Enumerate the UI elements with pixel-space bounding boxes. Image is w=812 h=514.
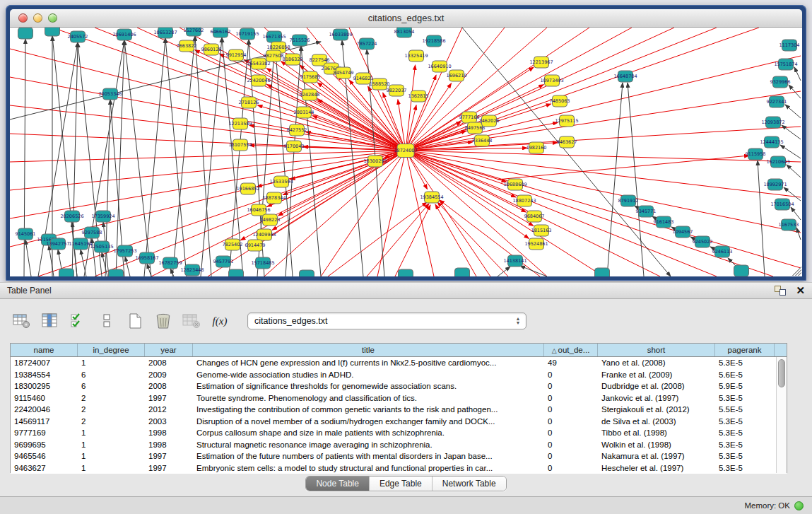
table-cell[interactable]: Estimation of significance thresholds fo… bbox=[193, 380, 544, 392]
graph-node[interactable]: 9297588 bbox=[82, 227, 102, 238]
table-cell[interactable]: 19384554 bbox=[11, 369, 78, 381]
graph-node[interactable] bbox=[45, 28, 60, 36]
graph-node[interactable] bbox=[109, 269, 124, 276]
table-cell[interactable]: 1997 bbox=[145, 462, 193, 474]
table-cell[interactable]: 2008 bbox=[145, 380, 193, 392]
graph-node[interactable]: 12444135 bbox=[760, 136, 783, 148]
graph-node[interactable]: 18878344 bbox=[262, 192, 286, 204]
table-cell[interactable]: 9699695 bbox=[11, 439, 78, 451]
column-header-name[interactable]: name bbox=[11, 344, 78, 356]
graph-node[interactable]: 9345771 bbox=[636, 206, 657, 217]
tab-network-table[interactable]: Network Table bbox=[433, 477, 506, 491]
graph-node[interactable]: 1167533 bbox=[779, 219, 799, 230]
graph-node[interactable] bbox=[734, 265, 749, 276]
table-cell[interactable]: Wolkin et al. (1998) bbox=[598, 439, 715, 451]
table-cell[interactable]: 0 bbox=[544, 404, 598, 416]
table-cell[interactable]: 14569117 bbox=[11, 416, 78, 428]
new-file-icon[interactable] bbox=[124, 311, 146, 331]
table-cell[interactable]: Jankovic et al. (1997) bbox=[598, 392, 715, 404]
graph-node[interactable]: 2803144 bbox=[294, 107, 314, 118]
graph-node[interactable]: 9777169 bbox=[459, 112, 480, 123]
graph-node[interactable]: 18724007 bbox=[394, 144, 417, 158]
table-cell[interactable]: 49 bbox=[544, 357, 598, 369]
table-cell[interactable]: 0 bbox=[544, 462, 598, 474]
graph-node[interactable]: 9161483 bbox=[654, 216, 674, 228]
table-cell[interactable]: 5.3E-5 bbox=[715, 462, 775, 474]
graph-node[interactable]: 13325419 bbox=[404, 50, 428, 62]
table-cell[interactable]: 5.3E-5 bbox=[715, 450, 775, 462]
table-cell[interactable]: 2012 bbox=[145, 404, 193, 416]
table-cell[interactable]: 5.3E-5 bbox=[715, 416, 775, 428]
graph-node[interactable] bbox=[59, 269, 74, 276]
table-cell[interactable]: Yano et al. (2008) bbox=[598, 357, 715, 369]
clear-selection-icon[interactable] bbox=[96, 311, 117, 331]
graph-node[interactable]: 9115958 bbox=[746, 148, 766, 160]
graph-node[interactable]: 16671355 bbox=[262, 31, 286, 42]
graph-node[interactable]: 12093872 bbox=[761, 117, 784, 128]
graph-node[interactable]: 15751874 bbox=[774, 59, 797, 70]
table-row[interactable]: 2242004622012Investigating the contribut… bbox=[11, 404, 787, 416]
graph-node[interactable]: 19218586 bbox=[422, 35, 445, 47]
table-row[interactable]: 946362711997Embryonic stem cells: a mode… bbox=[11, 462, 787, 474]
graph-node[interactable]: 20053346 bbox=[98, 88, 122, 100]
graph-node[interactable]: 9463627 bbox=[557, 136, 577, 148]
table-cell[interactable]: 0 bbox=[544, 450, 598, 462]
minimize-window-icon[interactable] bbox=[33, 13, 42, 23]
graph-node[interactable]: 8791912 bbox=[618, 195, 639, 206]
graph-node[interactable]: 9912954 bbox=[226, 49, 247, 61]
graph-node[interactable]: 1527602 bbox=[184, 28, 204, 36]
network-canvas[interactable]: 2405572206914061065328715276026466162107… bbox=[10, 28, 802, 276]
tab-edge-table[interactable]: Edge Table bbox=[370, 477, 433, 491]
table-row[interactable]: 1872400712008Changes of HCN gene express… bbox=[11, 357, 787, 369]
graph-node[interactable]: 20691406 bbox=[112, 29, 136, 40]
table-cell[interactable]: Stergiakouli et al. (2012) bbox=[598, 404, 715, 416]
graph-node[interactable]: 1696219 bbox=[447, 70, 467, 81]
table-cell[interactable]: Embryonic stem cells: a model to study s… bbox=[193, 462, 544, 474]
table-cell[interactable]: 2 bbox=[78, 392, 145, 404]
table-cell[interactable]: Tibbo et al. (1998) bbox=[598, 427, 715, 439]
graph-node[interactable]: 16958167 bbox=[135, 252, 158, 264]
table-cell[interactable]: Disruption of a novel member of a sodium… bbox=[193, 416, 544, 428]
table-cell[interactable]: 0 bbox=[544, 369, 598, 381]
graph-node[interactable]: 9246113 bbox=[712, 246, 733, 257]
table-cell[interactable]: 1 bbox=[78, 427, 145, 439]
graph-node[interactable]: 9822037 bbox=[387, 85, 407, 96]
graph-node[interactable] bbox=[595, 268, 610, 276]
graph-node[interactable]: 9860128 bbox=[201, 44, 222, 55]
table-cell[interactable]: Dudbridge et al. (2008) bbox=[598, 380, 715, 392]
graph-node[interactable]: 1498223 bbox=[260, 214, 281, 226]
graph-node[interactable]: 9170043 bbox=[284, 141, 305, 152]
resize-grip[interactable] bbox=[792, 267, 801, 276]
table-cell[interactable]: 1997 bbox=[145, 450, 193, 462]
table-cell[interactable]: Investigating the contribution of common… bbox=[193, 404, 544, 416]
table-cell[interactable]: 6 bbox=[78, 369, 145, 381]
network-window-titlebar[interactable]: citations_edges.txt bbox=[10, 9, 802, 28]
table-cell[interactable]: 5.3E-5 bbox=[715, 357, 775, 369]
graph-node[interactable]: 1094567 bbox=[673, 226, 693, 238]
graph-node[interactable]: 17016504 bbox=[770, 199, 794, 210]
table-row[interactable]: 977716911998Corpus callosum shape and si… bbox=[11, 427, 787, 439]
graph-node[interactable]: 12213967 bbox=[529, 57, 553, 68]
graph-node[interactable] bbox=[229, 269, 244, 276]
graph-node[interactable]: 6914479 bbox=[245, 240, 266, 251]
graph-node[interactable]: 2336448 bbox=[472, 135, 493, 146]
graph-node[interactable]: 9827508 bbox=[264, 50, 284, 62]
table-cell[interactable]: 1 bbox=[78, 462, 145, 474]
column-header-short[interactable]: short bbox=[598, 344, 715, 356]
graph-node[interactable]: 19524861 bbox=[524, 238, 548, 250]
column-header-pagerank[interactable]: pagerank bbox=[715, 344, 775, 356]
table-row[interactable]: 1456911722003Disruption of a novel membe… bbox=[11, 416, 787, 428]
table-row[interactable]: 911546021997Tourette syndrome. Phenomeno… bbox=[11, 392, 787, 404]
graph-node[interactable]: 2405572 bbox=[68, 31, 88, 42]
table-cell[interactable]: 22420046 bbox=[11, 404, 78, 416]
graph-node[interactable]: 1117304 bbox=[779, 40, 800, 51]
graph-node[interactable]: 9457791 bbox=[213, 256, 234, 267]
table-cell[interactable]: Franke et al. (2009) bbox=[598, 369, 715, 381]
table-cell[interactable]: 2 bbox=[78, 404, 145, 416]
graph-node[interactable]: 20206526 bbox=[60, 211, 83, 222]
graph-node[interactable]: 9245022 bbox=[693, 236, 713, 247]
graph-node[interactable]: 16648784 bbox=[613, 71, 637, 82]
table-cell[interactable]: Estimation of the future numbers of pati… bbox=[193, 450, 544, 462]
table-cell[interactable]: Corpus callosum shape and size in male p… bbox=[193, 427, 544, 439]
graph-node[interactable]: 13533594 bbox=[269, 176, 293, 187]
